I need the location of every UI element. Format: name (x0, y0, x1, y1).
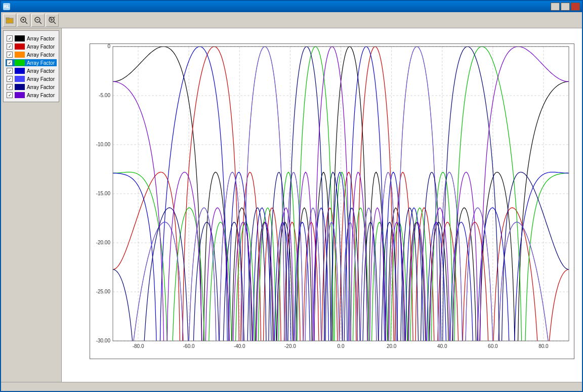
legend-items: ✓Array Factor✓Array Factor✓Array Factor✓… (6, 35, 57, 99)
zoom-fit-icon (48, 16, 56, 24)
legend-item[interactable]: ✓Array Factor (6, 67, 57, 74)
svg-line-8 (39, 22, 41, 24)
legend-item[interactable]: ✓Array Factor (6, 83, 57, 91)
legend-color-swatch (15, 35, 25, 41)
legend-color-swatch (15, 43, 25, 50)
status-bar (1, 382, 582, 391)
svg-text:40.0: 40.0 (437, 343, 447, 349)
minimize-button[interactable] (551, 3, 560, 11)
main-window: RL (0, 0, 583, 392)
svg-text:-30.00: -30.00 (96, 338, 111, 343)
svg-text:0: 0 (107, 44, 110, 49)
legend-item[interactable]: ✓Array Factor (6, 92, 57, 99)
svg-text:-15.00: -15.00 (96, 191, 111, 196)
svg-line-5 (25, 22, 27, 24)
legend-item[interactable]: ✓Array Factor (6, 35, 57, 42)
close-button[interactable] (571, 3, 580, 11)
zoom-in-button[interactable] (17, 14, 30, 27)
zoom-out-icon (34, 16, 42, 24)
zoom-fit-button[interactable] (46, 14, 59, 27)
title-bar-buttons (551, 3, 580, 11)
chart-area: -80.0-60.0-40.0-20.00.020.040.060.080.00… (62, 28, 582, 382)
legend-checkbox[interactable]: ✓ (7, 52, 13, 58)
legend-item[interactable]: ✓Array Factor (6, 51, 57, 58)
title-bar: RL (1, 1, 582, 12)
legend-checkbox[interactable]: ✓ (7, 68, 13, 74)
zoom-in-icon (20, 16, 28, 24)
legend-item-label: Array Factor (27, 76, 55, 82)
legend-checkbox[interactable]: ✓ (7, 76, 13, 82)
toolbar (1, 12, 582, 28)
legend-checkbox[interactable]: ✓ (7, 35, 13, 41)
svg-text:-80.0: -80.0 (133, 343, 144, 349)
legend-item-label: Array Factor (27, 60, 55, 66)
svg-text:-5.00: -5.00 (99, 93, 110, 98)
main-content: ✓Array Factor✓Array Factor✓Array Factor✓… (1, 28, 582, 382)
svg-text:60.0: 60.0 (488, 343, 498, 349)
legend-item-label: Array Factor (27, 84, 55, 90)
svg-text:-40.0: -40.0 (234, 343, 245, 349)
svg-line-12 (54, 22, 56, 24)
legend-item[interactable]: ✓Array Factor (6, 43, 57, 50)
legend-color-swatch (15, 52, 25, 58)
svg-text:-60.0: -60.0 (183, 343, 195, 349)
chart-svg: -80.0-60.0-40.0-20.00.020.040.060.080.00… (90, 44, 574, 359)
svg-text:-20.0: -20.0 (284, 343, 296, 349)
svg-text:0.0: 0.0 (338, 343, 345, 349)
svg-text:-25.00: -25.00 (96, 289, 111, 294)
svg-text:80.0: 80.0 (538, 343, 549, 349)
open-file-button[interactable] (3, 14, 16, 27)
svg-text:-20.00: -20.00 (96, 240, 111, 245)
legend-item-label: Array Factor (27, 44, 55, 50)
legend-box: ✓Array Factor✓Array Factor✓Array Factor✓… (3, 30, 59, 102)
legend-color-swatch (15, 92, 25, 98)
legend-checkbox[interactable]: ✓ (7, 60, 13, 66)
sidebar: ✓Array Factor✓Array Factor✓Array Factor✓… (1, 28, 62, 382)
legend-checkbox[interactable]: ✓ (7, 84, 13, 90)
legend-item-label: Array Factor (27, 52, 55, 58)
title-bar-left: RL (3, 3, 12, 10)
legend-checkbox[interactable]: ✓ (7, 92, 13, 98)
legend-item[interactable]: ✓Array Factor (6, 75, 57, 82)
legend-checkbox[interactable]: ✓ (7, 43, 13, 50)
chart-plot-area: -80.0-60.0-40.0-20.00.020.040.060.080.00… (90, 43, 574, 359)
app-icon: RL (3, 3, 10, 10)
svg-rect-1 (6, 18, 9, 19)
legend-color-swatch (15, 76, 25, 82)
svg-text:-10.00: -10.00 (96, 142, 111, 147)
legend-color-swatch (15, 68, 25, 74)
legend-item-label: Array Factor (27, 36, 55, 41)
zoom-out-button[interactable] (31, 14, 45, 27)
maximize-button[interactable] (561, 3, 570, 11)
folder-icon (6, 16, 14, 24)
legend-color-swatch (15, 60, 25, 66)
legend-color-swatch (15, 84, 25, 90)
legend-item-label: Array Factor (27, 93, 55, 98)
legend-item[interactable]: ✓Array Factor (6, 59, 57, 66)
svg-text:20.0: 20.0 (387, 343, 397, 349)
legend-item-label: Array Factor (27, 68, 55, 74)
